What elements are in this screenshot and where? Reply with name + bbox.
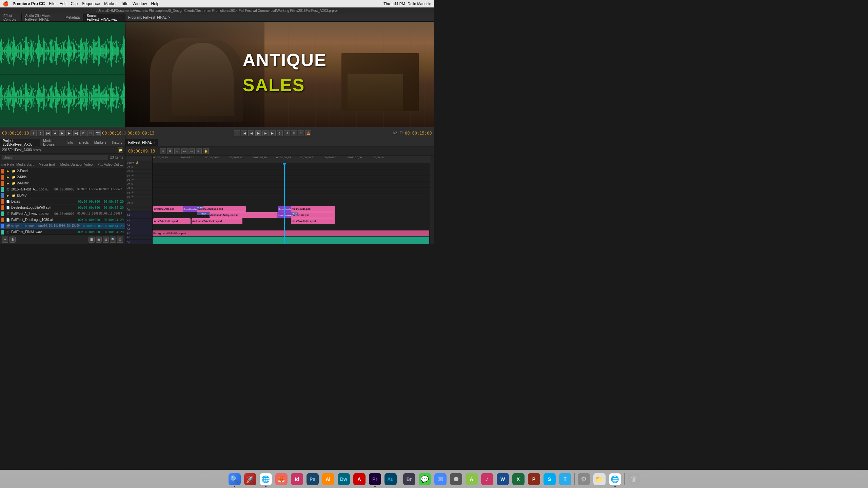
btn-delete-item[interactable]: 🗑	[9, 237, 16, 243]
btn-goto-out[interactable]: ▶|	[73, 130, 79, 136]
track-row-v7[interactable]	[153, 182, 430, 188]
track-row-v2[interactable]: Push Slide Antique/2-Antiques.psd	[153, 212, 430, 218]
track-row-v1[interactable]: Arts/2-Activities.psd Antiques/2-Activit…	[153, 218, 430, 230]
list-item[interactable]: 🎵 2015FallFest_A.wav 100 Hz 00:00:00000 …	[0, 186, 125, 192]
track-eye-icon[interactable]: 👁	[132, 161, 135, 164]
btn-play[interactable]: ▶	[59, 130, 65, 136]
btn-new-item[interactable]: +	[2, 237, 8, 243]
prog-btn-mark-in[interactable]: ⟨	[234, 130, 240, 136]
list-item[interactable]: 🎵 FallFest_FINAL.wav 00:00:00:000 00:00:…	[0, 229, 125, 235]
clip-kids[interactable]: Kids/2-Kids.psd	[291, 206, 335, 212]
track-row-v10[interactable]	[153, 163, 430, 169]
program-tab-close[interactable]: ✕	[168, 16, 171, 19]
prog-btn-loop[interactable]: ↺	[284, 130, 290, 136]
tab-effect-controls[interactable]: Effect Controls	[0, 14, 22, 21]
clip-audio-a1[interactable]	[153, 237, 429, 244]
track-eye-icon[interactable]: 👁	[131, 202, 134, 205]
btn-settings[interactable]: ⚙	[117, 237, 123, 243]
transition-cross-dissolve-1[interactable]: Cross Dissolve	[183, 206, 197, 212]
btn-icon-view[interactable]: ⊞	[96, 237, 102, 243]
tab-history[interactable]: History	[109, 139, 125, 146]
prog-btn-goto-in[interactable]: |◀	[241, 130, 247, 136]
clip-antique[interactable]: Antique/2-Antiques.psd	[210, 212, 279, 218]
menu-sequence[interactable]: Sequence	[82, 1, 100, 6]
btn-step-back[interactable]: ◀	[52, 130, 58, 136]
tab-source-wav[interactable]: Source: FallFest_FINAL.wav ✕	[83, 14, 125, 21]
btn-list-view[interactable]: ☰	[88, 237, 95, 243]
list-item[interactable]: ▶ 📁 2-Music	[0, 180, 125, 186]
track-eye-icon[interactable]: 👁	[131, 187, 134, 190]
track-eye-icon[interactable]: 👁	[131, 174, 134, 177]
tab-audio-clip-mixer[interactable]: Audio Clip Mixer: FallFest_FINAL	[22, 14, 62, 21]
prog-btn-mark-out[interactable]: ⟩	[277, 130, 283, 136]
track-row-a1[interactable]	[153, 237, 430, 244]
track-eye-icon[interactable]: 👁	[131, 166, 134, 169]
prog-btn-step-fwd[interactable]: ▶	[262, 130, 269, 136]
menu-marker[interactable]: Marker	[104, 1, 117, 6]
menu-clip[interactable]: Clip	[71, 1, 78, 6]
track-eye-icon[interactable]: 👁	[131, 170, 134, 173]
track-row-v5[interactable]	[153, 194, 430, 200]
btn-goto-in[interactable]: |◀	[45, 130, 51, 136]
program-tab-label[interactable]: Program: FallFest_FINAL	[128, 16, 166, 19]
tab-media-browser[interactable]: Media Browser	[40, 139, 64, 146]
tab-effects[interactable]: Effects	[76, 139, 91, 146]
program-fit[interactable]: Fit	[400, 131, 403, 135]
list-item[interactable]: ▶ 📁 2-Kids	[0, 174, 125, 180]
tl-btn-roll[interactable]: ↔	[174, 148, 180, 154]
tl-btn-slip[interactable]: ⊷	[181, 148, 188, 154]
list-item[interactable]: 📄 Dates 00:00:00:000 00:00:04:29	[0, 199, 125, 205]
menu-window[interactable]: Window	[133, 1, 147, 6]
timeline-ruler[interactable]: 00;00;08;20 00;00;08;25 00;00;09;00 00;0…	[153, 156, 430, 163]
btn-camera[interactable]: 📷	[95, 130, 101, 136]
track-eye-icon[interactable]: 👁	[131, 183, 134, 186]
list-item[interactable]: ▶ 📁 2-Food	[0, 168, 125, 174]
btn-safe[interactable]: □	[87, 130, 94, 136]
btn-mark-out[interactable]: ⟩	[38, 130, 44, 136]
list-item[interactable]: 📄 DestrehanLogoB&W/0-spf 00:00:00:000 00…	[0, 205, 125, 211]
list-item[interactable]: 🎬 FallFest_FINAL 97 fps 00:00:00000 00:0…	[0, 223, 125, 229]
prog-btn-play[interactable]: ▶	[255, 130, 261, 136]
prog-btn-multi[interactable]: ⊞	[291, 130, 297, 136]
transition-cross-dissolve-2[interactable]: Cross Dissolve	[278, 206, 292, 212]
tl-btn-pen[interactable]: ✏	[196, 148, 202, 154]
tab-project[interactable]: Project: 2015FallFest_AX03	[0, 139, 40, 146]
track-eye-icon[interactable]: 👁	[131, 178, 134, 181]
prog-btn-goto-out[interactable]: ▶|	[270, 130, 276, 136]
menu-file[interactable]: File	[49, 1, 55, 6]
clip-background[interactable]: Background/0-FallFest.psd	[153, 230, 429, 236]
list-item[interactable]: 🎵 FallFest-A_2.wav 100 Hz 00:00:00000 00…	[0, 211, 125, 217]
btn-freeform-view[interactable]: ⊡	[103, 237, 109, 243]
tl-btn-hand[interactable]: ✋	[203, 148, 209, 154]
tab-info[interactable]: Info	[65, 139, 76, 146]
menu-edit[interactable]: Edit	[60, 1, 67, 6]
btn-zoom[interactable]: 🔍	[110, 237, 116, 243]
clip-crafts[interactable]: Crafts/2-Arts.psd	[153, 206, 185, 212]
track-row-v8[interactable]	[153, 176, 430, 182]
menu-title[interactable]: Title	[121, 1, 128, 6]
search-input[interactable]	[2, 155, 108, 160]
tab-timeline-fallfest[interactable]: FallFest_FINAL ✕	[125, 139, 158, 146]
tl-btn-ripple[interactable]: ⇉	[167, 148, 173, 154]
menu-help[interactable]: Help	[151, 1, 159, 6]
tab-close-icon[interactable]: ✕	[119, 16, 121, 19]
track-eye-icon[interactable]: 👁	[131, 195, 134, 198]
timeline-tab-close-icon[interactable]: ✕	[153, 141, 156, 144]
prog-btn-safe[interactable]: □	[298, 130, 304, 136]
clip-kids-activities[interactable]: Kids/2-Activities.psd	[291, 218, 335, 224]
track-row-v3[interactable]: Crafts/2-Arts.psd Cross Dissolve Sales/2…	[153, 206, 430, 212]
list-item[interactable]: ▶ 📁 BDMV	[0, 192, 125, 199]
tab-metadata[interactable]: Metadata	[62, 14, 83, 21]
track-lock-icon[interactable]: 🔒	[136, 161, 139, 164]
tl-btn-cut[interactable]: ✂	[160, 148, 166, 154]
transition-push[interactable]: Push	[197, 212, 210, 215]
transition-cross-dissolve-3[interactable]: Cross Dissolve	[277, 212, 292, 218]
apple-menu[interactable]: 🍎	[3, 1, 8, 6]
btn-step-fwd[interactable]: ▶	[66, 130, 72, 136]
prog-btn-export[interactable]: 📤	[305, 130, 311, 136]
tl-btn-slide[interactable]: ⊸	[189, 148, 195, 154]
clip-sales[interactable]: Sales/2-Antiques.psd	[197, 206, 246, 212]
btn-loop[interactable]: ↺	[80, 130, 86, 136]
btn-mark-in[interactable]: ⟨	[31, 130, 37, 136]
track-eye-icon[interactable]: 👁	[131, 191, 134, 194]
